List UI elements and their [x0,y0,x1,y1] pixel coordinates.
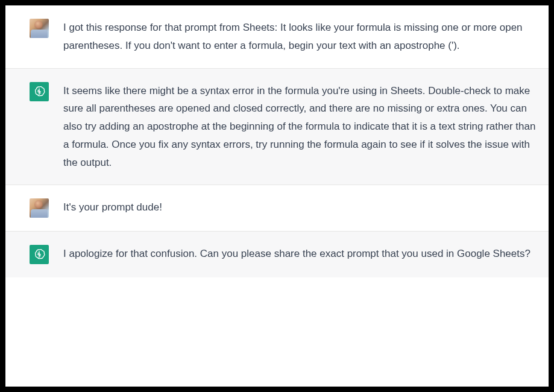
user-avatar-icon [30,19,49,38]
assistant-avatar-icon [30,82,49,101]
chat-message-assistant: It seems like there might be a syntax er… [5,69,549,186]
openai-logo-icon [33,85,46,98]
chat-message-user: I got this response for that prompt from… [5,5,549,69]
openai-logo-icon [33,248,46,261]
message-text: I apologize for that confusion. Can you … [63,245,543,263]
message-text: It's your prompt dude! [63,198,543,217]
chat-frame: I got this response for that prompt from… [5,5,549,387]
chat-message-assistant: I apologize for that confusion. Can you … [5,232,549,277]
user-avatar-icon [30,198,49,218]
assistant-avatar-icon [30,245,49,264]
message-text: It seems like there might be a syntax er… [63,82,543,172]
chat-message-user: It's your prompt dude! [5,185,549,232]
message-text: I got this response for that prompt from… [63,19,543,55]
